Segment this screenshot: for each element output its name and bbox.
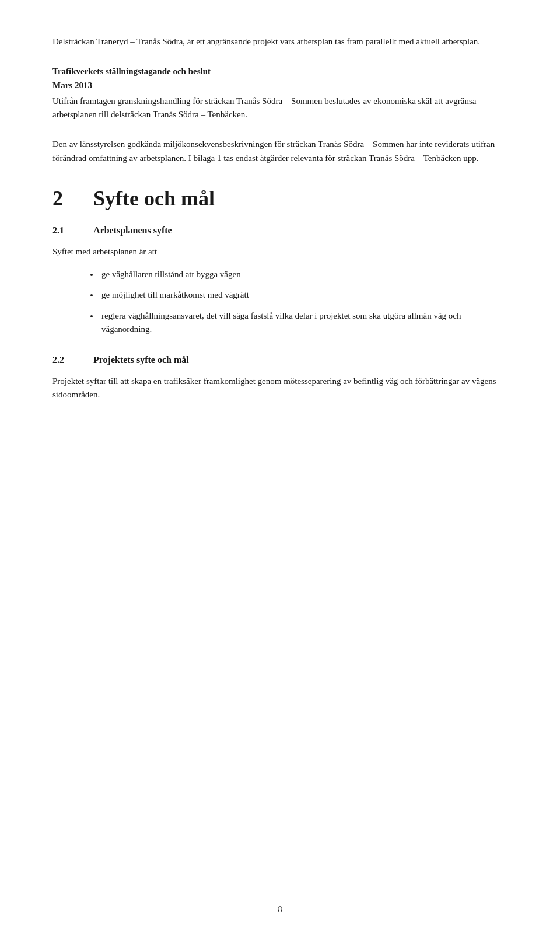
list-item: ge väghållaren tillstånd att bygga vägen [99,268,508,281]
list-item: reglera väghållningsansvaret, det vill s… [99,309,508,337]
trafikverket-date: Mars 2013 [52,79,508,92]
trafikverket-section: Trafikverkets ställningstagande och besl… [52,65,508,121]
subsection-2-1-bullets: ge väghållaren tillstånd att bygga vägen… [99,268,508,336]
subsection-2-2: 2.2 Projektets syfte och mål Projektet s… [52,355,508,402]
subsection-2-1-number: 2.1 [52,225,93,236]
paragraph-miljokonsekv: Den av länsstyrelsen godkända miljökonse… [52,138,508,165]
page: Delsträckan Traneryd – Tranås Södra, är … [0,0,560,932]
subsection-2-2-body: Projektet syftar till att skapa en trafi… [52,375,508,402]
list-item: ge möjlighet till markåtkomst med vägrät… [99,288,508,302]
section-2-number: 2 [52,186,93,211]
subsection-2-1-intro: Syftet med arbetsplanen är att [52,245,508,259]
subsection-2-1-heading: 2.1 Arbetsplanens syfte [52,225,508,236]
trafikverket-body: Utifrån framtagen granskningshandling fö… [52,95,508,122]
intro-paragraph: Delsträckan Traneryd – Tranås Södra, är … [52,35,508,48]
page-number: 8 [278,905,282,914]
section-2-title: Syfte och mål [93,186,215,211]
subsection-2-2-title: Projektets syfte och mål [93,355,189,365]
section-2-heading: 2 Syfte och mål [52,186,508,211]
subsection-2-2-number: 2.2 [52,355,93,365]
subsection-2-1-title: Arbetsplanens syfte [93,225,172,236]
trafikverket-heading: Trafikverkets ställningstagande och besl… [52,65,508,78]
subsection-2-2-heading: 2.2 Projektets syfte och mål [52,355,508,365]
